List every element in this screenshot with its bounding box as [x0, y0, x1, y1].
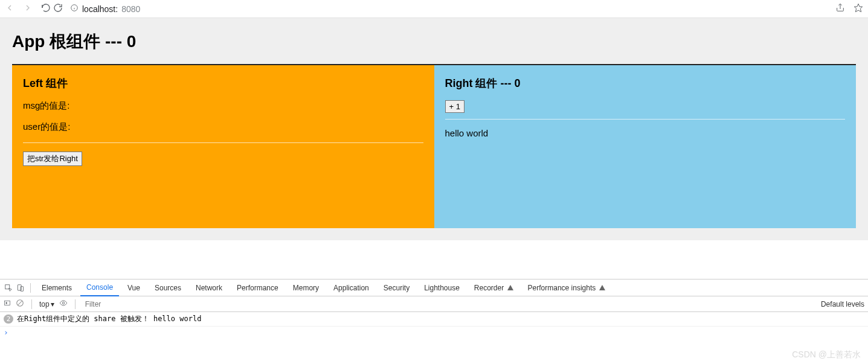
- log-count-badge: 2: [4, 315, 13, 324]
- tab-performance[interactable]: Performance: [231, 280, 285, 296]
- tab-vue[interactable]: Vue: [121, 280, 146, 296]
- toggle-sidebar-icon[interactable]: [4, 299, 11, 308]
- svg-marker-9: [6, 302, 7, 304]
- log-levels[interactable]: Default levels: [821, 300, 864, 308]
- tab-memory[interactable]: Memory: [287, 280, 325, 296]
- context-selector[interactable]: top ▾: [39, 300, 54, 308]
- live-expression-icon[interactable]: [59, 299, 68, 309]
- svg-marker-4: [854, 4, 862, 11]
- devtools-tabs: Elements Console Vue Sources Network Per…: [0, 279, 868, 296]
- devtools: Elements Console Vue Sources Network Per…: [0, 279, 868, 338]
- browser-actions: [835, 3, 863, 14]
- nav-buttons: [5, 3, 51, 14]
- page-content: App 根组件 --- 0 Left 组件 msg的值是: user的值是: 把…: [0, 18, 868, 240]
- device-icon[interactable]: [16, 283, 25, 293]
- tab-sources[interactable]: Sources: [149, 280, 187, 296]
- url-port: 8080: [121, 4, 140, 14]
- log-text: 在Right组件中定义的 share 被触发！ hello world: [17, 314, 201, 324]
- star-icon[interactable]: [854, 3, 863, 14]
- tab-insights-label: Performance insights: [528, 284, 596, 292]
- svg-point-12: [62, 302, 65, 304]
- console-log-line: 2 在Right组件中定义的 share 被触发！ hello world: [0, 312, 868, 327]
- filter-input[interactable]: [83, 299, 816, 310]
- console-prompt[interactable]: ›: [0, 327, 868, 338]
- address-bar[interactable]: localhost:8080: [70, 4, 828, 14]
- send-str-button[interactable]: 把str发给Right: [23, 152, 82, 166]
- flask-icon: [599, 285, 605, 290]
- tab-insights[interactable]: Performance insights: [522, 280, 611, 296]
- separator: [30, 283, 31, 293]
- clear-console-icon[interactable]: [16, 299, 24, 309]
- app-title: App 根组件 --- 0: [12, 30, 856, 53]
- back-button[interactable]: [5, 3, 14, 14]
- tab-elements[interactable]: Elements: [36, 280, 78, 296]
- separator: [31, 299, 32, 309]
- panels-row: Left 组件 msg的值是: user的值是: 把str发给Right Rig…: [12, 65, 856, 228]
- separator: [75, 299, 76, 309]
- tab-recorder-label: Recorder: [474, 284, 504, 292]
- tab-console[interactable]: Console: [80, 279, 119, 296]
- forward-button[interactable]: [23, 3, 33, 14]
- reload-icon[interactable]: [53, 3, 63, 14]
- tab-recorder[interactable]: Recorder: [468, 280, 519, 296]
- tab-security[interactable]: Security: [378, 280, 416, 296]
- share-icon[interactable]: [835, 3, 845, 14]
- context-label: top: [39, 300, 50, 308]
- tab-lighthouse[interactable]: Lighthouse: [418, 280, 466, 296]
- chevron-down-icon: ▾: [51, 300, 54, 308]
- tab-network[interactable]: Network: [190, 280, 228, 296]
- info-icon: [70, 4, 79, 14]
- right-divider: [445, 119, 846, 120]
- console-toolbar: top ▾ Default levels: [0, 296, 868, 312]
- flask-icon: [507, 285, 513, 290]
- left-divider: [23, 142, 423, 143]
- reload-button[interactable]: [41, 3, 51, 14]
- left-msg-line: msg的值是:: [23, 100, 423, 112]
- inspect-icon[interactable]: [4, 283, 13, 293]
- right-title: Right 组件 --- 0: [445, 76, 846, 91]
- left-panel: Left 组件 msg的值是: user的值是: 把str发给Right: [12, 65, 434, 228]
- url-host: localhost:: [82, 4, 118, 14]
- svg-line-11: [18, 301, 22, 305]
- right-panel: Right 组件 --- 0 + 1 hello world: [434, 65, 857, 228]
- right-text: hello world: [445, 128, 846, 138]
- tab-application[interactable]: Application: [327, 280, 375, 296]
- left-title: Left 组件: [23, 76, 423, 91]
- left-user-line: user的值是:: [23, 121, 423, 133]
- increment-button[interactable]: + 1: [445, 100, 465, 113]
- browser-toolbar: localhost:8080: [0, 0, 868, 18]
